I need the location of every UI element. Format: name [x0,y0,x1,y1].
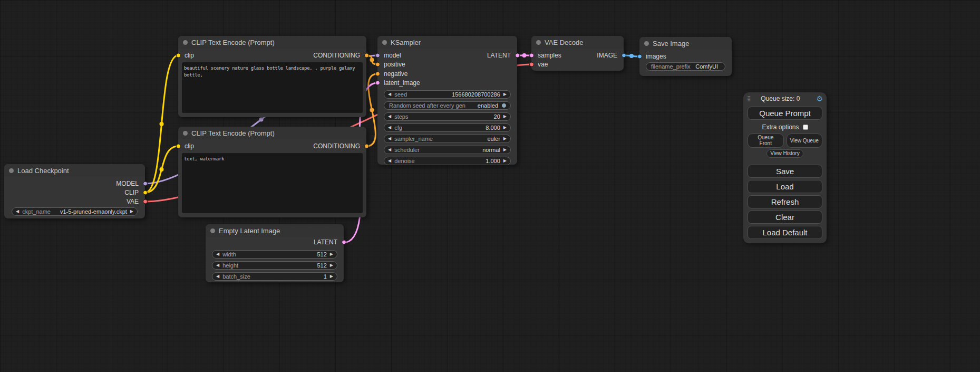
node-save-image[interactable]: Save Image images filename_prefix ComfyU… [639,37,732,76]
collapse-dot[interactable] [644,41,649,46]
output-slot-image[interactable] [622,53,626,58]
widget-seed[interactable]: ◀ seed 156680208700286 ▶ [384,90,511,99]
comfy-menu-panel[interactable]: ⣿ Queue size: 0 ⚙ Queue Prompt Extra opt… [743,92,827,243]
output-slot-model[interactable] [143,181,148,186]
node-header[interactable]: KSampler [377,36,517,49]
collapse-dot[interactable] [382,40,387,45]
prompt-textarea[interactable]: text, watermark [182,153,363,213]
queue-front-button[interactable]: Queue Front [748,133,784,148]
node-header[interactable]: VAE Decode [531,36,624,49]
input-slot-negative[interactable] [375,71,380,76]
input-slot-clip[interactable] [176,53,181,58]
input-slot-images[interactable] [637,54,642,59]
decrement-arrow-icon[interactable]: ◀ [388,126,391,130]
save-button[interactable]: Save [748,165,822,178]
widget-value: 20 [494,113,500,120]
link-midpoint-dot [259,118,264,122]
decrement-arrow-icon[interactable]: ◀ [16,209,19,214]
increment-arrow-icon[interactable]: ▶ [330,263,333,268]
view-queue-button[interactable]: View Queue [787,133,823,148]
clear-button[interactable]: Clear [748,211,822,224]
increment-arrow-icon[interactable]: ▶ [503,137,507,141]
collapse-dot[interactable] [183,131,188,136]
collapse-dot[interactable] [210,228,215,233]
node-load-checkpoint[interactable]: Load Checkpoint MODEL CLIP VAE ◀ ckpt_na… [4,164,145,218]
decrement-arrow-icon[interactable]: ◀ [388,137,391,141]
load-default-button[interactable]: Load Default [748,226,822,239]
decrement-arrow-icon[interactable]: ◀ [388,159,391,163]
extra-options-checkbox[interactable] [803,125,808,130]
toggle-dot-icon[interactable] [501,103,507,108]
node-empty-latent-image[interactable]: Empty Latent Image LATENT ◀ width 512 ▶ … [206,224,344,282]
output-slot-conditioning[interactable] [364,144,369,149]
output-slot-conditioning[interactable] [364,53,369,58]
node-header[interactable]: CLIP Text Encode (Prompt) [178,127,366,139]
collapse-dot[interactable] [536,40,541,45]
widget-ckpt-name[interactable]: ◀ ckpt_name v1-5-pruned-emaonly.ckpt ▶ [12,207,138,216]
decrement-arrow-icon[interactable]: ◀ [216,274,219,279]
widget-batch-size[interactable]: ◀ batch_size 1 ▶ [212,272,337,281]
increment-arrow-icon[interactable]: ▶ [503,159,507,163]
refresh-button[interactable]: Refresh [748,195,822,208]
output-slot-latent[interactable] [342,240,346,245]
drag-handle-icon[interactable]: ⣿ [747,96,751,101]
increment-arrow-icon[interactable]: ▶ [503,115,507,119]
node-header[interactable]: Load Checkpoint [4,164,145,177]
input-label-clip: clip [185,52,194,59]
input-slot-clip[interactable] [176,144,181,149]
input-label-vae: vae [538,61,548,68]
widget-height[interactable]: ◀ height 512 ▶ [212,261,337,270]
node-clip-text-encode-negative[interactable]: CLIP Text Encode (Prompt) clip CONDITION… [178,127,366,217]
node-header[interactable]: Save Image [639,37,732,50]
graph-canvas[interactable]: Load Checkpoint MODEL CLIP VAE ◀ ckpt_na… [0,0,980,372]
widget-cfg[interactable]: ◀ cfg 8.000 ▶ [384,123,511,132]
increment-arrow-icon[interactable]: ▶ [503,92,507,97]
output-slot-latent[interactable] [515,53,520,58]
node-title: KSampler [391,39,421,46]
widget-filename-prefix[interactable]: filename_prefix ComfyUI [646,62,725,71]
increment-arrow-icon[interactable]: ▶ [503,148,507,152]
input-slot-positive[interactable] [375,62,380,67]
widget-scheduler[interactable]: ◀ scheduler normal ▶ [384,146,511,154]
decrement-arrow-icon[interactable]: ◀ [216,252,219,256]
decrement-arrow-icon[interactable]: ◀ [388,92,391,97]
input-slot-model[interactable] [375,53,380,58]
increment-arrow-icon[interactable]: ▶ [130,209,133,214]
prompt-textarea[interactable]: beautiful scenery nature glass bottle la… [182,62,363,113]
input-slot-samples[interactable] [529,53,534,58]
widget-width[interactable]: ◀ width 512 ▶ [212,250,337,259]
decrement-arrow-icon[interactable]: ◀ [388,115,391,119]
widget-random-seed-toggle[interactable]: Random seed after every gen enabled [384,101,511,110]
input-slot-vae[interactable] [529,62,534,67]
node-ksampler[interactable]: KSampler model LATENT positive negative … [377,36,517,165]
queue-prompt-button[interactable]: Queue Prompt [748,107,822,120]
view-history-button[interactable]: View History [766,149,803,158]
node-header[interactable]: Empty Latent Image [206,224,344,237]
decrement-arrow-icon[interactable]: ◀ [216,263,219,268]
node-vae-decode[interactable]: VAE Decode samples IMAGE vae [531,36,624,71]
collapse-dot[interactable] [9,168,14,173]
node-title: Save Image [653,40,689,47]
input-label-latent-image: latent_image [384,79,420,87]
settings-gear-icon[interactable]: ⚙ [816,95,823,102]
increment-arrow-icon[interactable]: ▶ [503,126,507,130]
decrement-arrow-icon[interactable]: ◀ [388,148,391,152]
widget-label: steps [394,113,408,120]
output-slot-vae[interactable] [143,199,148,204]
widget-label: seed [394,91,407,98]
node-clip-text-encode-positive[interactable]: CLIP Text Encode (Prompt) clip CONDITION… [178,36,366,117]
collapse-dot[interactable] [183,40,188,45]
widget-value: enabled [478,102,498,109]
link-midpoint-dot [370,108,374,112]
widget-denoise[interactable]: ◀ denoise 1.000 ▶ [384,157,511,165]
increment-arrow-icon[interactable]: ▶ [330,274,333,279]
load-button[interactable]: Load [748,180,822,193]
input-label-clip: clip [185,142,194,150]
node-header[interactable]: CLIP Text Encode (Prompt) [178,36,366,49]
increment-arrow-icon[interactable]: ▶ [330,252,333,256]
output-label-conditioning: CONDITIONING [313,52,360,59]
widget-steps[interactable]: ◀ steps 20 ▶ [384,112,511,121]
widget-sampler-name[interactable]: ◀ sampler_name euler ▶ [384,135,511,143]
output-slot-clip[interactable] [143,190,148,195]
input-slot-latent-image[interactable] [375,81,380,85]
